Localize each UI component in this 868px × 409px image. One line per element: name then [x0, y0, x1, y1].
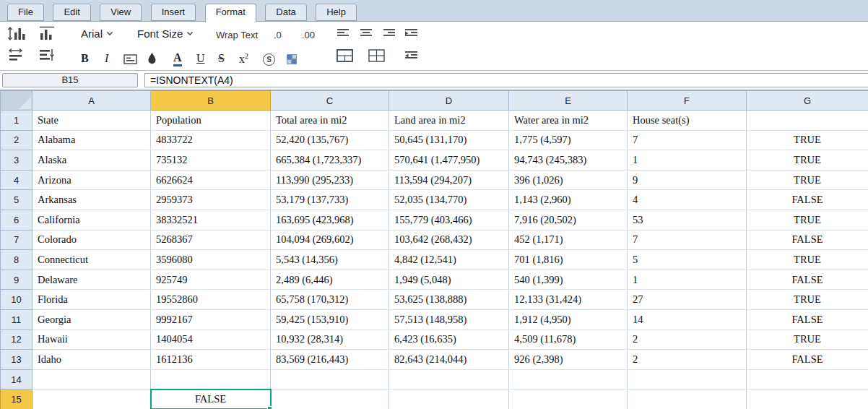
cell-E10[interactable]: 12,133 (31,424)	[509, 290, 628, 310]
cell-G15[interactable]	[747, 389, 868, 409]
cell-G8[interactable]: TRUE	[747, 250, 868, 270]
cell-E12[interactable]: 4,509 (11,678)	[509, 330, 628, 350]
cell-B6[interactable]: 38332521	[151, 210, 271, 230]
cell-F8[interactable]: 5	[628, 250, 747, 270]
row-header-15[interactable]: 15	[1, 389, 32, 409]
strikethrough-button[interactable]: S	[218, 52, 225, 65]
cell-shading-icon[interactable]	[287, 54, 297, 64]
cell-F6[interactable]: 53	[628, 210, 747, 230]
cell-C1[interactable]: Total area in mi2	[271, 111, 389, 131]
cell-F5[interactable]: 4	[628, 190, 747, 210]
menu-tab-view[interactable]: View	[100, 4, 142, 21]
cell-B4[interactable]: 6626624	[151, 170, 271, 190]
cell-D15[interactable]	[389, 389, 509, 409]
align-center-icon[interactable]	[360, 28, 373, 38]
cell-A8[interactable]: Connecticut	[32, 250, 151, 270]
cell-B7[interactable]: 5268367	[151, 230, 271, 250]
cell-G2[interactable]: TRUE	[747, 130, 868, 150]
row-header-7[interactable]: 7	[1, 230, 32, 250]
row-header-10[interactable]: 10	[1, 290, 32, 310]
menu-tab-data[interactable]: Data	[265, 4, 306, 21]
row-header-5[interactable]: 5	[1, 190, 32, 210]
cell-F11[interactable]: 14	[628, 309, 747, 330]
cell-F7[interactable]: 7	[628, 230, 747, 250]
cell-G14[interactable]	[747, 369, 868, 389]
cell-C5[interactable]: 53,179 (137,733)	[271, 190, 389, 210]
menu-tab-file[interactable]: File	[7, 4, 44, 21]
cell-B5[interactable]: 2959373	[151, 190, 271, 210]
cell-B14[interactable]	[151, 369, 271, 389]
cell-G10[interactable]: TRUE	[747, 290, 868, 310]
cell-A2[interactable]: Alabama	[32, 130, 151, 150]
cell-C14[interactable]	[271, 369, 389, 389]
cell-G9[interactable]: FALSE	[747, 270, 868, 290]
cell-A12[interactable]: Hawaii	[32, 330, 151, 350]
row-header-12[interactable]: 12	[1, 330, 32, 350]
cell-D5[interactable]: 52,035 (134,770)	[389, 190, 509, 210]
select-all-corner[interactable]	[1, 91, 32, 111]
cell-B15[interactable]: FALSE	[151, 389, 271, 409]
cell-A9[interactable]: Delaware	[32, 270, 151, 290]
cell-D10[interactable]: 53,625 (138,888)	[389, 290, 509, 310]
underline-button[interactable]: U	[196, 52, 205, 65]
cell-D9[interactable]: 1,949 (5,048)	[389, 270, 509, 290]
cell-A5[interactable]: Arkansas	[32, 190, 151, 210]
cell-A14[interactable]	[32, 369, 151, 389]
menu-tab-format[interactable]: Format	[205, 4, 256, 22]
increase-decimal-button[interactable]: .00	[302, 30, 315, 40]
cell-D8[interactable]: 4,842 (12,541)	[389, 250, 509, 270]
cell-G1[interactable]	[747, 111, 868, 131]
align-left-icon[interactable]	[337, 28, 350, 38]
cell-E1[interactable]: Water area in mi2	[509, 111, 628, 131]
distribute-columns-icon[interactable]	[38, 48, 56, 63]
cell-E5[interactable]: 1,143 (2,960)	[509, 190, 628, 210]
resize-rows-icon[interactable]	[7, 25, 27, 42]
cell-D11[interactable]: 57,513 (148,958)	[389, 309, 509, 330]
cell-B11[interactable]: 9992167	[151, 309, 271, 330]
cell-C2[interactable]: 52,420 (135,767)	[271, 130, 389, 150]
cell-B8[interactable]: 3596080	[151, 250, 271, 270]
fill-color-icon[interactable]	[147, 52, 157, 64]
cell-F10[interactable]: 27	[628, 290, 747, 310]
cell-C4[interactable]: 113,990 (295,233)	[271, 170, 389, 190]
cell-B2[interactable]: 4833722	[151, 130, 271, 150]
cell-F15[interactable]	[628, 389, 747, 409]
cell-E11[interactable]: 1,912 (4,950)	[509, 309, 628, 330]
cell-D13[interactable]: 82,643 (214,044)	[389, 350, 509, 370]
cell-B3[interactable]: 735132	[151, 150, 271, 171]
cell-D3[interactable]: 570,641 (1,477,950)	[389, 150, 509, 171]
cell-A3[interactable]: Alaska	[32, 150, 151, 171]
cell-C11[interactable]: 59,425 (153,910)	[271, 309, 389, 330]
column-header-F[interactable]: F	[628, 91, 747, 111]
row-header-9[interactable]: 9	[1, 270, 32, 290]
menu-tab-insert[interactable]: Insert	[151, 4, 196, 21]
row-header-4[interactable]: 4	[1, 170, 32, 190]
cell-reference-box[interactable]: B15	[2, 73, 138, 87]
menu-tab-help[interactable]: Help	[316, 4, 357, 21]
cell-F4[interactable]: 9	[628, 170, 747, 190]
cell-D1[interactable]: Land area in mi2	[389, 111, 509, 131]
cell-B10[interactable]: 19552860	[151, 290, 271, 310]
column-header-C[interactable]: C	[271, 91, 389, 111]
column-header-B[interactable]: B	[151, 91, 271, 111]
cell-A13[interactable]: Idaho	[32, 350, 151, 370]
cell-C10[interactable]: 65,758 (170,312)	[271, 290, 389, 310]
cell-G3[interactable]: TRUE	[747, 150, 868, 171]
cell-E13[interactable]: 926 (2,398)	[509, 350, 628, 370]
column-header-G[interactable]: G	[747, 91, 868, 111]
cell-D6[interactable]: 155,779 (403,466)	[389, 210, 509, 230]
currency-format-icon[interactable]: S	[263, 53, 275, 66]
align-right-icon[interactable]	[383, 28, 396, 38]
cell-D4[interactable]: 113,594 (294,207)	[389, 170, 509, 190]
cell-D14[interactable]	[389, 369, 509, 389]
cell-D7[interactable]: 103,642 (268,432)	[389, 230, 509, 250]
cell-F13[interactable]: 2	[628, 350, 747, 370]
distribute-rows-icon[interactable]	[38, 25, 56, 42]
cell-E8[interactable]: 701 (1,816)	[509, 250, 628, 270]
cell-A15[interactable]	[32, 389, 151, 409]
indent-increase-icon[interactable]	[404, 28, 418, 38]
cell-C3[interactable]: 665,384 (1,723,337)	[271, 150, 389, 171]
cell-A11[interactable]: Georgia	[32, 309, 151, 330]
cell-C9[interactable]: 2,489 (6,446)	[271, 270, 389, 290]
menu-tab-edit[interactable]: Edit	[53, 4, 90, 21]
